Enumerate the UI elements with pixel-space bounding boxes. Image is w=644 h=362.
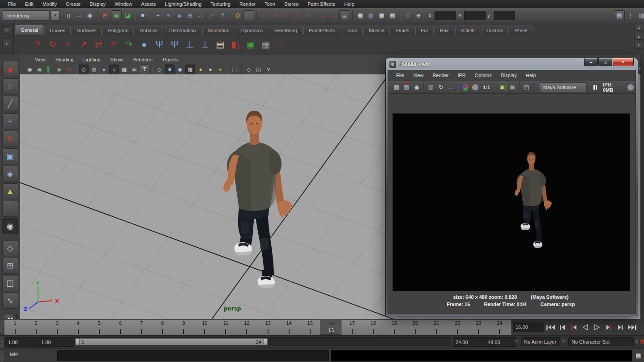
delete-object-icon[interactable]: ●	[137, 37, 151, 52]
snap-plane-icon[interactable]: ∩	[292, 11, 302, 21]
ipr-status-icon[interactable]	[626, 82, 635, 92]
unparent-icon[interactable]: ⊥	[198, 37, 212, 52]
move-tool[interactable]: +	[2, 113, 18, 129]
shelf-tab-custom[interactable]: Custom	[481, 26, 509, 34]
camera-transform-icon[interactable]: ◈	[55, 65, 64, 74]
curve-mask-icon[interactable]: ∿	[164, 11, 174, 21]
go-to-start-button[interactable]	[545, 322, 556, 332]
menu-toon[interactable]: Toon	[260, 0, 280, 8]
rgb-channels-icon[interactable]	[461, 82, 470, 92]
menu-render[interactable]: Render	[235, 0, 260, 8]
shelf-tab-muscle[interactable]: Muscle	[363, 26, 390, 34]
menu-modify[interactable]: Modify	[38, 0, 61, 8]
default-light-icon[interactable]: ●	[196, 65, 205, 74]
animation-preferences-icon[interactable]: ▦	[640, 338, 644, 345]
remove-image-icon[interactable]: ▣	[508, 82, 516, 92]
maximize-button[interactable]: □	[598, 58, 612, 66]
camera-attributes-icon[interactable]: ◉	[35, 65, 44, 74]
undo-icon[interactable]: ↶	[107, 37, 121, 52]
attribute-editor-icon[interactable]: ▤	[614, 10, 625, 21]
auto-keyframe-icon[interactable]: ○	[635, 338, 638, 345]
menu-texturing[interactable]: Texturing	[206, 0, 235, 8]
script-editor-icon[interactable]: ▤	[635, 351, 642, 360]
dropdown-arrow-icon[interactable]: ▽	[403, 11, 413, 21]
snap-align-menu-icon[interactable]: ≡	[138, 11, 148, 21]
select-tool[interactable]: ▶	[2, 61, 18, 77]
parent-icon[interactable]: ⊥	[183, 37, 197, 52]
render-view-window[interactable]: ◍ Render View –□× FileViewRenderIPROptio…	[386, 58, 638, 316]
panel-menu-lighting[interactable]: Lighting	[78, 56, 106, 63]
output-connection-icon[interactable]: ←	[328, 11, 338, 21]
shelf-options-icon[interactable]: ▾	[2, 40, 11, 47]
redo-previous-render-icon[interactable]: ▦	[392, 82, 401, 92]
outliner-window-icon[interactable]: ▤	[213, 37, 227, 52]
shelf-tab-dynamics[interactable]: Dynamics	[236, 26, 268, 34]
rv-menu-view[interactable]: View	[409, 72, 428, 79]
textured-mode-icon[interactable]: ◆	[175, 65, 184, 74]
menu-stereo[interactable]: Stereo	[280, 0, 303, 8]
new-scene-icon[interactable]: ▯	[64, 11, 73, 21]
open-render-view-icon[interactable]: ▦	[355, 11, 365, 21]
x-coordinate-field[interactable]	[435, 11, 456, 20]
rotate-tool[interactable]: ↻	[2, 131, 18, 147]
group-icon[interactable]: Ψ	[152, 37, 166, 52]
single-pane-layout-button[interactable]: ◇	[2, 240, 18, 256]
menu-set-dropdown[interactable]: Rendering	[3, 10, 50, 21]
select-component-icon[interactable]: ◪	[123, 11, 132, 21]
render-region-icon[interactable]: ▦	[402, 82, 411, 92]
range-grab-handle[interactable]	[0, 336, 4, 348]
zoom-region-icon[interactable]: ⊕	[64, 65, 73, 74]
snap-point-icon[interactable]: ∩	[281, 11, 291, 21]
panel-menu-shading[interactable]: Shading	[51, 56, 78, 63]
channel-box-icon[interactable]: ▥	[636, 11, 644, 21]
timeline-grab-handle[interactable]	[0, 320, 4, 334]
gate-mask-icon[interactable]: ○	[109, 65, 119, 74]
bookmark-icon[interactable]: ▌	[45, 65, 54, 74]
graph-persp-layout-button[interactable]: ∿	[2, 293, 18, 309]
ipr-render-icon[interactable]: ▦	[377, 11, 387, 21]
menu-display[interactable]: Display	[85, 0, 110, 8]
mel-toggle[interactable]: MEL	[10, 352, 20, 357]
highlight-selection-icon[interactable]: ▢	[243, 10, 254, 21]
current-time-field[interactable]: 16.00	[513, 323, 544, 332]
snap-view-icon[interactable]: ∩	[303, 11, 312, 21]
panel-menu-view[interactable]: View	[30, 56, 51, 63]
rv-menu-render[interactable]: Render	[428, 72, 453, 79]
move-mask-icon[interactable]: +	[153, 11, 163, 21]
render-settings-icon[interactable]: ▤	[388, 11, 397, 21]
play-forwards-button[interactable]	[592, 322, 603, 332]
snapshot-icon[interactable]: ◉	[412, 82, 421, 92]
smooth-shade-icon[interactable]: ■	[165, 65, 175, 74]
step-back-frame-button[interactable]	[557, 322, 568, 332]
shelf-tab-polygons[interactable]: Polygons	[102, 26, 133, 34]
snap-grid-icon[interactable]: ∩	[260, 11, 269, 21]
menu-edit[interactable]: Edit	[21, 0, 38, 8]
poly-cube-icon[interactable]: ▦	[259, 37, 273, 52]
universal-manipulator-tool[interactable]: ◈	[2, 166, 18, 182]
shelf-tab-toon[interactable]: Toon	[341, 26, 363, 34]
rv-menu-file[interactable]: File	[392, 72, 409, 79]
four-pane-layout-button[interactable]: ⊞	[2, 258, 18, 274]
timeline-ruler[interactable]: 1616123456789101112131415171819202122232…	[4, 319, 512, 335]
shelf-scroll-up-icon[interactable]: ▲	[634, 33, 643, 40]
lasso-select-tool[interactable]: ◌	[2, 78, 18, 95]
field-chart-icon[interactable]: ▩	[120, 65, 129, 74]
lock-selection-icon[interactable]: Ω	[233, 11, 243, 21]
redo-icon[interactable]: ↷	[122, 37, 136, 52]
range-start-handle[interactable]	[76, 339, 80, 345]
rv-menu-options[interactable]: Options	[470, 72, 496, 79]
step-forward-frame-button[interactable]	[615, 322, 626, 332]
particle-mask-icon[interactable]: ⋰	[207, 11, 217, 21]
open-render-settings-icon[interactable]: ▤	[522, 82, 531, 92]
tool-settings-icon[interactable]: ⋮	[626, 11, 635, 21]
show-manipulator-tool[interactable]: ↑	[2, 201, 18, 217]
outliner-persp-layout-button[interactable]: ◫	[2, 275, 18, 291]
isolate-select-icon[interactable]: ▢	[230, 65, 239, 74]
shelf-scroll-down-icon[interactable]: ▼	[634, 42, 643, 49]
animation-end-field[interactable]: 48.00	[485, 337, 516, 347]
safe-title-icon[interactable]: T	[140, 65, 149, 74]
panel-menu-panels[interactable]: Panels	[158, 56, 183, 63]
shelf-tab-painteffects[interactable]: PaintEffects	[303, 26, 341, 34]
range-slider-bar[interactable]: 1 24	[75, 338, 268, 345]
duplicate-object-icon[interactable]: ▣	[243, 37, 258, 52]
